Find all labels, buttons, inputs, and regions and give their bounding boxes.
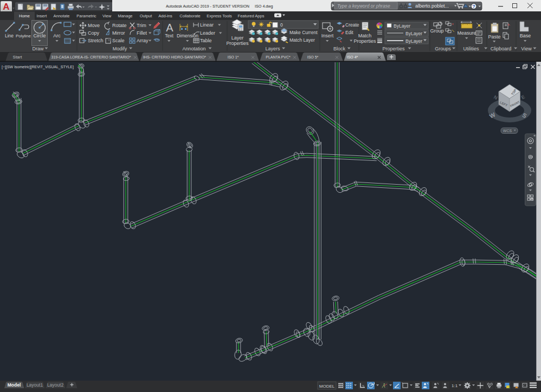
svg-text:Utilities: Utilities bbox=[463, 46, 479, 51]
svg-text:Block: Block bbox=[333, 46, 346, 51]
svg-text:Match Layer: Match Layer bbox=[289, 37, 315, 43]
svg-text:Edit: Edit bbox=[345, 30, 353, 35]
svg-text:Modify: Modify bbox=[113, 46, 127, 51]
svg-text:Collaborate: Collaborate bbox=[179, 14, 200, 18]
svg-text:A: A bbox=[166, 22, 173, 34]
svg-text:Type a keyword or phrase: Type a keyword or phrase bbox=[337, 3, 390, 9]
svg-text:Line: Line bbox=[5, 33, 14, 38]
svg-text:Insert: Insert bbox=[321, 33, 334, 38]
svg-text:alberto.poblet...: alberto.poblet... bbox=[415, 3, 449, 9]
svg-text:Make Current: Make Current bbox=[289, 30, 318, 35]
svg-text:Copy: Copy bbox=[88, 30, 100, 36]
svg-text:Move: Move bbox=[88, 23, 100, 28]
svg-text:Properties: Properties bbox=[226, 41, 249, 46]
svg-text:Layout1: Layout1 bbox=[27, 382, 43, 388]
svg-text:Layers: Layers bbox=[265, 46, 280, 51]
svg-text:Output: Output bbox=[140, 14, 152, 18]
svg-text:Match: Match bbox=[358, 33, 372, 38]
svg-text:Circle: Circle bbox=[33, 33, 46, 38]
svg-text:Create: Create bbox=[345, 22, 359, 28]
svg-text:Layout2: Layout2 bbox=[47, 382, 64, 388]
svg-text:Paste: Paste bbox=[488, 34, 500, 40]
svg-text:1:1: 1:1 bbox=[452, 383, 458, 388]
svg-text:Leader: Leader bbox=[200, 30, 215, 36]
svg-text:Properties: Properties bbox=[353, 38, 376, 44]
svg-text:PLANTA PVC*: PLANTA PVC* bbox=[266, 55, 291, 59]
svg-text:Text: Text bbox=[165, 33, 173, 38]
svg-text:Measure: Measure bbox=[457, 30, 476, 36]
svg-text:Properties: Properties bbox=[382, 46, 405, 51]
svg-text:Model: Model bbox=[8, 382, 21, 388]
svg-text:WCS: WCS bbox=[503, 129, 512, 133]
svg-text:Fillet: Fillet bbox=[137, 30, 147, 36]
svg-text:MODEL: MODEL bbox=[319, 384, 335, 389]
svg-text:Groups: Groups bbox=[435, 46, 451, 51]
svg-text:Insert: Insert bbox=[37, 14, 48, 18]
svg-text:Autodesk AutoCAD 2019 - STUDEN: Autodesk AutoCAD 2019 - STUDENT VERSION bbox=[166, 4, 249, 9]
svg-text:Parametric: Parametric bbox=[76, 14, 96, 18]
svg-text:[−][SW Isometric][REVIT_VISUAL: [−][SW Isometric][REVIT_VISUAL_STYLE] bbox=[2, 65, 74, 69]
svg-text:Add-ins: Add-ins bbox=[158, 14, 172, 18]
svg-text:Annotation: Annotation bbox=[182, 46, 205, 51]
svg-text:319-CASA LOREA-IS- CRITERIO SA: 319-CASA LOREA-IS- CRITERIO SANITARIO* bbox=[51, 55, 131, 59]
svg-text:ByLayer: ByLayer bbox=[394, 23, 410, 29]
svg-text:Table: Table bbox=[200, 38, 212, 43]
svg-text:0: 0 bbox=[280, 22, 283, 28]
svg-text:Group: Group bbox=[430, 28, 443, 34]
svg-text:Featured Apps: Featured Apps bbox=[238, 14, 265, 18]
svg-text:ByLayer: ByLayer bbox=[405, 31, 422, 36]
svg-text:IHS- CRITERIO HIDRO-SANITARIO*: IHS- CRITERIO HIDRO-SANITARIO* bbox=[143, 55, 206, 59]
svg-text:Rotate: Rotate bbox=[112, 23, 127, 28]
svg-text:Stretch: Stretch bbox=[88, 38, 104, 43]
svg-text:ByLayer: ByLayer bbox=[405, 38, 422, 44]
svg-text:Linear: Linear bbox=[200, 22, 214, 28]
svg-text:Dimension: Dimension bbox=[177, 33, 198, 38]
svg-text:ISO 4.dwg: ISO 4.dwg bbox=[255, 4, 273, 9]
svg-text:Start: Start bbox=[13, 55, 23, 60]
svg-text:Annotate: Annotate bbox=[53, 14, 69, 18]
svg-text:?: ? bbox=[472, 4, 475, 9]
svg-text:Express Tools: Express Tools bbox=[207, 14, 232, 18]
svg-text:View: View bbox=[102, 14, 112, 18]
svg-text:Scale: Scale bbox=[112, 38, 125, 43]
svg-text:Draw: Draw bbox=[32, 46, 44, 51]
svg-text:ISO 1*: ISO 1* bbox=[228, 55, 239, 59]
svg-text:ISO 5*: ISO 5* bbox=[307, 55, 319, 59]
svg-text:Mirror: Mirror bbox=[112, 30, 125, 36]
svg-text:ISO 4*: ISO 4* bbox=[347, 55, 358, 59]
svg-text:Manage: Manage bbox=[118, 14, 132, 18]
svg-text:View: View bbox=[521, 46, 532, 51]
svg-text:Clipboard: Clipboard bbox=[491, 46, 512, 51]
svg-text:Trim: Trim bbox=[137, 23, 146, 28]
svg-text:Base: Base bbox=[520, 33, 531, 38]
svg-text:Layer: Layer bbox=[231, 35, 244, 41]
svg-text:A: A bbox=[3, 2, 9, 12]
svg-text:Polyline: Polyline bbox=[16, 34, 31, 38]
svg-text:Array: Array bbox=[137, 38, 149, 43]
svg-text:Arc: Arc bbox=[53, 33, 61, 38]
svg-text:Home: Home bbox=[19, 14, 30, 18]
